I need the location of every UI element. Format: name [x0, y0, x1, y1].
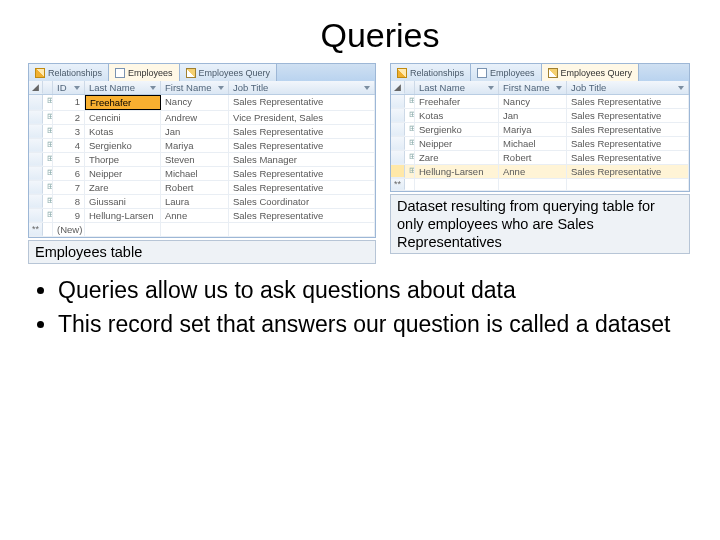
expand-icon[interactable]: ⊞: [405, 151, 415, 164]
expand-icon[interactable]: ⊞: [405, 123, 415, 136]
cell-first-name[interactable]: Michael: [161, 167, 229, 180]
cell-first-name[interactable]: Laura: [161, 195, 229, 208]
dropdown-icon[interactable]: [556, 86, 562, 90]
cell-id[interactable]: 8: [53, 195, 85, 208]
cell-last-name[interactable]: Kotas: [85, 125, 161, 138]
expand-icon[interactable]: ⊞: [43, 125, 53, 138]
dropdown-icon[interactable]: [150, 86, 156, 90]
row-selector[interactable]: [29, 111, 43, 124]
cell-last-name[interactable]: Hellung-Larsen: [85, 209, 161, 222]
cell-first-name[interactable]: Nancy: [499, 95, 567, 108]
dropdown-icon[interactable]: [74, 86, 80, 90]
expand-icon[interactable]: ⊞: [43, 209, 53, 222]
table-row[interactable]: ⊞7ZareRobertSales Representative: [29, 181, 375, 195]
table-row[interactable]: ⊞FreehaferNancySales Representative: [391, 95, 689, 109]
cell-job-title[interactable]: Sales Representative: [567, 123, 689, 136]
row-selector[interactable]: [391, 109, 405, 122]
col-job-header[interactable]: Job Title: [567, 81, 689, 94]
cell-last-name[interactable]: Hellung-Larsen: [415, 165, 499, 178]
col-last-header[interactable]: Last Name: [85, 81, 161, 94]
cell-last-name[interactable]: Giussani: [85, 195, 161, 208]
cell-job-title[interactable]: Sales Representative: [567, 165, 689, 178]
dropdown-icon[interactable]: [678, 86, 684, 90]
dropdown-icon[interactable]: [364, 86, 370, 90]
cell-job-title[interactable]: Vice President, Sales: [229, 111, 375, 124]
table-row[interactable]: ⊞5ThorpeStevenSales Manager: [29, 153, 375, 167]
new-record-row[interactable]: *: [391, 179, 689, 191]
cell-first-name[interactable]: Anne: [161, 209, 229, 222]
expand-icon[interactable]: ⊞: [405, 165, 415, 178]
cell-id[interactable]: 2: [53, 111, 85, 124]
row-selector[interactable]: [29, 181, 43, 194]
cell-job-title[interactable]: Sales Coordinator: [229, 195, 375, 208]
cell-last-name[interactable]: Zare: [415, 151, 499, 164]
tab-employees[interactable]: Employees: [109, 64, 180, 81]
cell-job-title[interactable]: Sales Manager: [229, 153, 375, 166]
row-selector[interactable]: [29, 95, 43, 110]
cell-id[interactable]: 5: [53, 153, 85, 166]
table-row[interactable]: ⊞NeipperMichaelSales Representative: [391, 137, 689, 151]
row-selector[interactable]: [29, 139, 43, 152]
cell-last-name[interactable]: Freehafer: [415, 95, 499, 108]
cell-last-name[interactable]: Zare: [85, 181, 161, 194]
table-row[interactable]: ⊞Hellung-LarsenAnneSales Representative: [391, 165, 689, 179]
cell-job-title[interactable]: Sales Representative: [229, 139, 375, 152]
table-row[interactable]: ⊞9Hellung-LarsenAnneSales Representative: [29, 209, 375, 223]
table-row[interactable]: ⊞2CenciniAndrewVice President, Sales: [29, 111, 375, 125]
cell-job-title[interactable]: Sales Representative: [229, 209, 375, 222]
dropdown-icon[interactable]: [218, 86, 224, 90]
expand-icon[interactable]: ⊞: [405, 109, 415, 122]
cell-first-name[interactable]: Steven: [161, 153, 229, 166]
cell-first-name[interactable]: Mariya: [499, 123, 567, 136]
new-record-row[interactable]: * (New): [29, 223, 375, 237]
col-id-header[interactable]: ID: [53, 81, 85, 94]
expand-icon[interactable]: ⊞: [43, 167, 53, 180]
cell-first-name[interactable]: Andrew: [161, 111, 229, 124]
expand-icon[interactable]: ⊞: [43, 181, 53, 194]
row-selector[interactable]: [391, 137, 405, 150]
cell-last-name[interactable]: Freehafer: [85, 95, 161, 110]
dropdown-icon[interactable]: [488, 86, 494, 90]
row-selector[interactable]: [29, 153, 43, 166]
col-last-header[interactable]: Last Name: [415, 81, 499, 94]
tab-relationships[interactable]: Relationships: [29, 64, 109, 81]
col-job-header[interactable]: Job Title: [229, 81, 375, 94]
table-row[interactable]: ⊞3KotasJanSales Representative: [29, 125, 375, 139]
cell-last-name[interactable]: Neipper: [415, 137, 499, 150]
cell-first-name[interactable]: Robert: [499, 151, 567, 164]
row-selector[interactable]: [391, 165, 405, 178]
cell-first-name[interactable]: Anne: [499, 165, 567, 178]
row-selector[interactable]: [391, 151, 405, 164]
row-selector[interactable]: [29, 125, 43, 138]
table-row[interactable]: ⊞SergienkoMariyaSales Representative: [391, 123, 689, 137]
row-selector[interactable]: [29, 195, 43, 208]
tab-employees-query[interactable]: Employees Query: [180, 64, 278, 81]
table-row[interactable]: ⊞8GiussaniLauraSales Coordinator: [29, 195, 375, 209]
col-first-header[interactable]: First Name: [161, 81, 229, 94]
cell-job-title[interactable]: Sales Representative: [567, 137, 689, 150]
select-all-corner[interactable]: ◢: [391, 81, 405, 94]
expand-icon[interactable]: ⊞: [43, 111, 53, 124]
expand-icon[interactable]: ⊞: [405, 95, 415, 108]
expand-icon[interactable]: ⊞: [43, 195, 53, 208]
cell-first-name[interactable]: Jan: [161, 125, 229, 138]
row-selector[interactable]: [29, 209, 43, 222]
cell-last-name[interactable]: Cencini: [85, 111, 161, 124]
cell-last-name[interactable]: Sergienko: [85, 139, 161, 152]
cell-job-title[interactable]: Sales Representative: [229, 125, 375, 138]
tab-employees[interactable]: Employees: [471, 64, 542, 81]
table-row[interactable]: ⊞6NeipperMichaelSales Representative: [29, 167, 375, 181]
tab-relationships[interactable]: Relationships: [391, 64, 471, 81]
cell-first-name[interactable]: Mariya: [161, 139, 229, 152]
tab-employees-query[interactable]: Employees Query: [542, 64, 640, 81]
col-first-header[interactable]: First Name: [499, 81, 567, 94]
cell-last-name[interactable]: Neipper: [85, 167, 161, 180]
cell-first-name[interactable]: Robert: [161, 181, 229, 194]
table-row[interactable]: ⊞4SergienkoMariyaSales Representative: [29, 139, 375, 153]
expand-icon[interactable]: ⊞: [405, 137, 415, 150]
row-selector[interactable]: [391, 123, 405, 136]
col-expand-header[interactable]: [405, 81, 415, 94]
table-row[interactable]: ⊞ZareRobertSales Representative: [391, 151, 689, 165]
cell-job-title[interactable]: Sales Representative: [567, 109, 689, 122]
cell-id[interactable]: 4: [53, 139, 85, 152]
